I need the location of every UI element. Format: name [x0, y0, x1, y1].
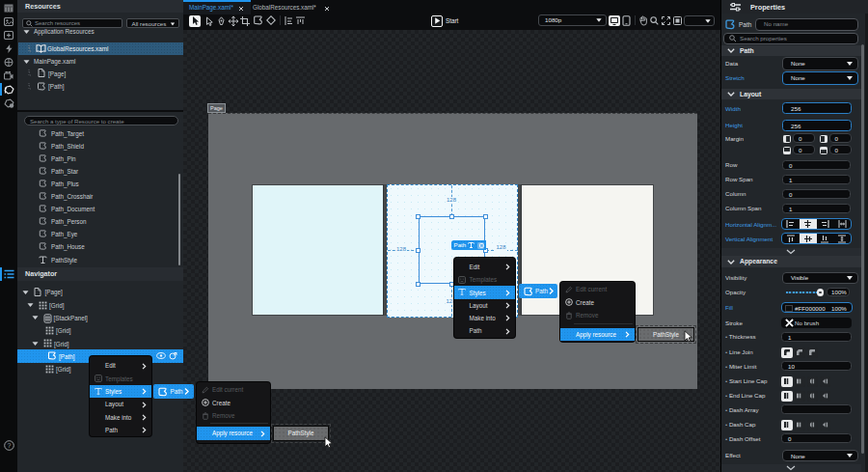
svg-text:?: ?: [7, 442, 11, 449]
